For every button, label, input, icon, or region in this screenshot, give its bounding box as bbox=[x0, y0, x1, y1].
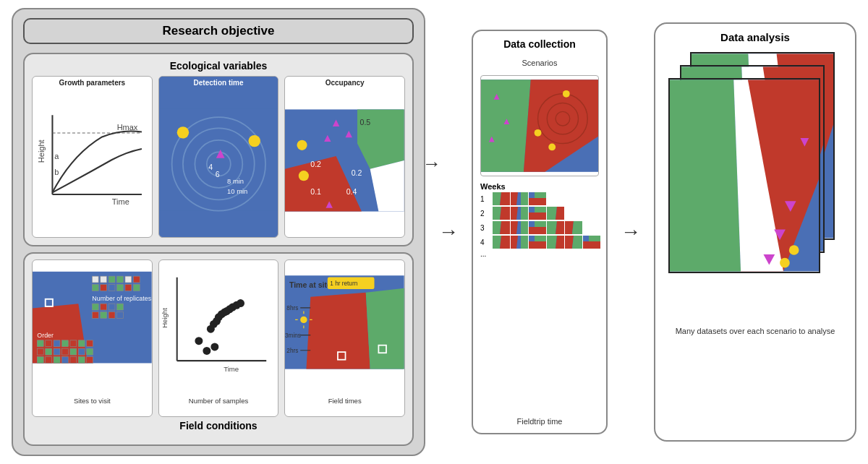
svg-rect-39 bbox=[92, 285, 98, 291]
growth-svg: Hmax Height Time a b bbox=[33, 87, 152, 233]
dc-title: Data collection bbox=[480, 38, 599, 50]
svg-point-26 bbox=[299, 171, 309, 181]
week-row-dots: ... bbox=[480, 250, 599, 258]
eco-box: Ecological variables Growth parameters H… bbox=[23, 53, 414, 246]
svg-text:6: 6 bbox=[215, 170, 219, 179]
svg-point-94 bbox=[210, 343, 218, 351]
svg-rect-8 bbox=[159, 108, 278, 210]
mini-maps-3 bbox=[493, 221, 582, 234]
svg-rect-69 bbox=[87, 348, 93, 355]
svg-point-120 bbox=[535, 129, 542, 137]
svg-rect-56 bbox=[37, 340, 43, 347]
svg-rect-67 bbox=[70, 348, 77, 355]
svg-text:Time: Time bbox=[224, 365, 239, 373]
week-row-3: 3 bbox=[480, 221, 599, 234]
svg-rect-49 bbox=[117, 304, 124, 310]
samples-label: Number of samples bbox=[159, 397, 278, 405]
research-box: Research objective Ecological variables … bbox=[12, 8, 425, 456]
svg-rect-64 bbox=[46, 348, 52, 355]
svg-rect-61 bbox=[78, 340, 85, 347]
svg-point-122 bbox=[563, 90, 570, 98]
stacked-maps bbox=[668, 52, 842, 327]
svg-text:0.5: 0.5 bbox=[360, 118, 371, 126]
svg-rect-41 bbox=[109, 285, 115, 291]
svg-rect-58 bbox=[54, 340, 60, 347]
svg-text:b: b bbox=[54, 168, 59, 176]
svg-text:a: a bbox=[54, 152, 59, 160]
svg-point-82 bbox=[195, 337, 203, 345]
svg-rect-40 bbox=[101, 285, 107, 291]
weeks-label: Weeks bbox=[480, 182, 599, 191]
sites-label: Sites to visit bbox=[33, 397, 152, 405]
svg-point-93 bbox=[237, 299, 244, 307]
svg-rect-70 bbox=[37, 357, 43, 364]
sites-chart-box: Number of replicates Order bbox=[32, 259, 153, 417]
research-title: Research objective bbox=[23, 18, 414, 44]
svg-rect-53 bbox=[117, 312, 124, 319]
mini-maps-1 bbox=[493, 192, 546, 205]
svg-text:Height: Height bbox=[161, 308, 169, 328]
svg-text:0.2: 0.2 bbox=[352, 168, 362, 177]
field-times-label: Field times bbox=[285, 397, 404, 405]
map-layer-1 bbox=[668, 78, 820, 273]
field-title: Field conditions bbox=[32, 420, 405, 431]
svg-rect-48 bbox=[109, 304, 115, 310]
svg-rect-47 bbox=[101, 304, 107, 310]
svg-text:3mins: 3mins bbox=[285, 332, 301, 339]
scenarios-label: Scenarios bbox=[480, 59, 599, 67]
svg-rect-50 bbox=[92, 312, 98, 319]
week-num-3: 3 bbox=[480, 224, 490, 232]
svg-text:Order: Order bbox=[37, 332, 54, 339]
svg-rect-72 bbox=[54, 357, 60, 364]
svg-text:1 hr return: 1 hr return bbox=[331, 280, 358, 287]
svg-text:0.4: 0.4 bbox=[346, 187, 357, 196]
week-row-2: 2 bbox=[480, 207, 599, 220]
svg-text:0.1: 0.1 bbox=[311, 187, 322, 196]
growth-label: Growth parameters bbox=[33, 77, 152, 87]
svg-point-95 bbox=[203, 347, 210, 355]
occupancy-svg: 0.5 0.2 0.2 0.1 0.4 bbox=[285, 87, 404, 234]
data-collection-box: Data collection Scenarios bbox=[472, 30, 608, 434]
svg-text:8 min: 8 min bbox=[227, 177, 244, 185]
svg-rect-46 bbox=[92, 304, 98, 310]
svg-rect-60 bbox=[70, 340, 77, 347]
svg-rect-37 bbox=[125, 276, 132, 283]
growth-chart-box: Growth parameters Hmax bbox=[32, 76, 153, 238]
svg-rect-76 bbox=[87, 357, 93, 364]
svg-text:4: 4 bbox=[208, 163, 213, 171]
svg-rect-36 bbox=[117, 276, 124, 283]
svg-rect-62 bbox=[87, 340, 93, 347]
analysis-caption: Many datasets over each scenario to anal… bbox=[676, 327, 835, 335]
field-charts: Number of replicates Order bbox=[32, 259, 405, 417]
svg-point-102 bbox=[301, 317, 307, 323]
svg-point-13 bbox=[176, 126, 188, 138]
svg-text:Time: Time bbox=[112, 197, 129, 206]
svg-text:10 min: 10 min bbox=[227, 187, 247, 195]
occupancy-label: Occupancy bbox=[285, 77, 404, 87]
detection-chart-box: Detection time 4 bbox=[158, 76, 279, 238]
svg-rect-65 bbox=[54, 348, 60, 355]
svg-rect-75 bbox=[78, 357, 85, 364]
occupancy-chart-box: Occupancy 0.5 bbox=[284, 76, 405, 238]
svg-rect-38 bbox=[133, 276, 140, 283]
svg-rect-71 bbox=[46, 357, 52, 364]
svg-rect-51 bbox=[101, 312, 107, 319]
svg-point-121 bbox=[548, 144, 556, 151]
svg-rect-59 bbox=[62, 340, 69, 347]
week-maps-section: Weeks 1 2 3 bbox=[480, 182, 599, 409]
da-title: Data analysis bbox=[720, 31, 790, 43]
growth-chart: Hmax Height Time a b bbox=[33, 87, 152, 233]
svg-text:Height: Height bbox=[37, 139, 46, 163]
svg-rect-74 bbox=[70, 357, 77, 364]
scenario-map bbox=[480, 75, 599, 176]
detection-svg: 4 6 8 min 10 min bbox=[159, 87, 278, 233]
svg-rect-63 bbox=[37, 348, 43, 355]
fieldtrip-label: Fieldtrip time bbox=[480, 417, 599, 426]
svg-rect-34 bbox=[101, 276, 107, 283]
svg-text:0.2: 0.2 bbox=[311, 160, 322, 168]
svg-rect-42 bbox=[117, 285, 124, 291]
svg-rect-43 bbox=[125, 285, 132, 291]
scenario-svg bbox=[481, 76, 598, 176]
week-row-1: 1 bbox=[480, 192, 599, 205]
mini-maps-4 bbox=[493, 236, 600, 249]
